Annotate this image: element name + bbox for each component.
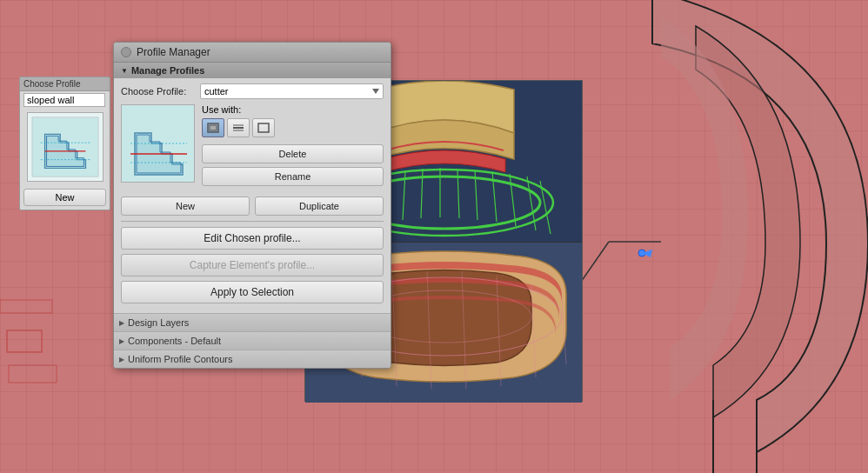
pm-section-label: Manage Profiles (131, 65, 204, 76)
pm-divider (121, 221, 384, 222)
uniform-triangle-icon: ▶ (119, 356, 124, 363)
pm-apply-button[interactable]: Apply to Selection (121, 281, 384, 303)
pm-new-duplicate-row: New Duplicate (121, 197, 384, 216)
pm-edit-button[interactable]: Edit Chosen profile... (121, 227, 384, 250)
pm-title: Profile Manager (137, 46, 210, 58)
pm-icon-walls[interactable] (202, 118, 224, 137)
pm-icon-row (202, 118, 384, 137)
pm-components-default[interactable]: ▶ Components - Default (114, 331, 391, 350)
pm-duplicate-label: Duplicate (299, 201, 339, 211)
pm-choose-profile-select[interactable]: cutter (200, 83, 384, 99)
thumbnail-new-label: New (55, 192, 74, 203)
pm-delete-label: Delete (279, 149, 307, 159)
pm-edit-label: Edit Chosen profile... (204, 232, 300, 244)
pm-design-layers[interactable]: ▶ Design Layers (114, 313, 391, 331)
pm-icon-lines[interactable] (227, 118, 250, 137)
pm-section-header[interactable]: ▼ Manage Profiles (114, 63, 391, 78)
pm-content-area: Use with: Delete Rename (121, 104, 384, 190)
svg-rect-6 (0, 300, 52, 313)
svg-rect-22 (210, 125, 217, 130)
pm-new-label: New (176, 201, 195, 211)
pm-rename-label: Rename (275, 171, 311, 182)
design-layers-triangle-icon: ▶ (119, 319, 124, 327)
pm-capture-button[interactable]: Capture Element's profile... (121, 254, 384, 276)
pm-delete-button[interactable]: Delete (202, 144, 384, 163)
thumbnail-new-button[interactable]: New (23, 189, 106, 206)
pm-capture-label: Capture Element's profile... (190, 259, 315, 271)
pm-titlebar-dot (121, 47, 131, 57)
pm-uniform-profile[interactable]: ▶ Uniform Profile Contours (114, 350, 391, 368)
section-triangle-icon: ▼ (121, 67, 128, 75)
profile-manager-panel: Profile Manager ▼ Manage Profiles Choose… (113, 42, 391, 369)
pm-components-label: Components - Default (128, 336, 221, 346)
thumbnail-name-input[interactable] (23, 93, 105, 107)
thumbnail-panel: Choose Profile New (19, 77, 110, 210)
pm-apply-label: Apply to Selection (210, 286, 294, 298)
svg-rect-26 (258, 123, 269, 132)
pm-duplicate-button[interactable]: Duplicate (255, 197, 384, 216)
pm-icon-shapes[interactable] (252, 118, 275, 137)
thumbnail-image (27, 112, 103, 182)
pm-new-button[interactable]: New (121, 197, 250, 216)
thumbnail-header-label: Choose Profile (23, 79, 81, 89)
svg-rect-4 (7, 330, 42, 352)
pm-choose-profile-label: Choose Profile: (121, 86, 195, 97)
pm-body: Choose Profile: cutter (114, 78, 391, 313)
thumbnail-panel-header: Choose Profile (20, 77, 110, 91)
pm-profile-preview (121, 104, 195, 183)
components-triangle-icon: ▶ (119, 337, 124, 345)
pm-choose-profile-row: Choose Profile: cutter (121, 83, 384, 99)
pm-rename-button[interactable]: Rename (202, 167, 384, 186)
pm-design-layers-label: Design Layers (128, 317, 189, 328)
pm-uniform-label: Uniform Profile Contours (128, 354, 232, 364)
svg-rect-5 (9, 365, 57, 383)
pm-titlebar: Profile Manager (114, 43, 391, 63)
pm-use-with: Use with: Delete Rename (202, 104, 384, 190)
thumbnail-name-row (20, 91, 110, 109)
pm-use-with-label: Use with: (202, 104, 384, 115)
